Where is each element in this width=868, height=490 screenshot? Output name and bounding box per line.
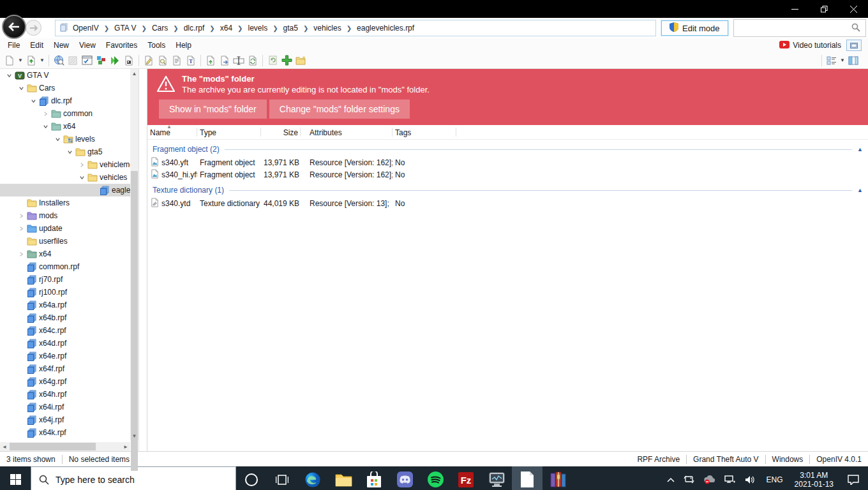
breadcrumb-item-levels[interactable]: levels [245,22,271,34]
details-view-button[interactable] [825,54,839,68]
tree-item-eaglevehicles-rpf[interactable]: eaglevehicles.rpf [0,184,130,197]
document-app-taskbar-icon[interactable] [512,466,542,490]
view-text-button[interactable] [170,54,184,68]
refresh-small-button[interactable] [266,54,280,68]
dropdown-arrow-icon[interactable]: ▼ [38,54,46,68]
forward-button[interactable] [26,20,41,36]
tree-item-vehicles[interactable]: vehicles [0,171,130,184]
tree-vertical-scrollbar[interactable]: ▲ ▼ [130,69,138,440]
group-header[interactable]: Fragment object (2)▲ [147,142,868,156]
tree-item-update[interactable]: update [0,222,130,235]
scroll-right-arrow[interactable]: ► [121,442,130,451]
menu-file[interactable]: File [3,39,25,52]
search-box[interactable] [733,19,866,37]
spotify-taskbar-icon[interactable] [420,466,451,490]
theme-tiles-button[interactable] [94,54,108,68]
group-collapse-icon[interactable]: ▲ [857,187,863,193]
new-file-button[interactable] [3,54,17,68]
expander-closed-icon[interactable] [40,111,50,117]
extract-disabled-button[interactable] [66,54,80,68]
task-view-button[interactable] [267,466,297,490]
discord-taskbar-icon[interactable] [389,466,420,490]
new-folder-button[interactable] [294,54,308,68]
scroll-down-arrow[interactable]: ▼ [130,431,138,440]
tree-item-mods[interactable]: mods [0,209,130,222]
tree-item-cars[interactable]: Cars [0,82,130,94]
action-center-icon[interactable] [839,466,868,490]
minimize-button[interactable] [780,0,809,18]
panel-splitter[interactable] [138,69,147,451]
tray-chevron-up-icon[interactable] [662,466,679,490]
scrollbar-thumb[interactable] [10,443,96,450]
dropdown-arrow-icon[interactable]: ▼ [839,54,846,68]
rename-file-button[interactable] [232,54,246,68]
dropdown-arrow-icon[interactable]: ▼ [17,54,24,68]
tree-item-x64[interactable]: x64 [0,120,130,133]
winrar-taskbar-icon[interactable] [542,466,573,490]
volume-icon[interactable] [740,466,760,490]
expander-closed-icon[interactable] [16,213,26,219]
add-green-button[interactable] [280,54,294,68]
onedrive-paused-icon[interactable] [699,466,720,490]
column-header-attributes[interactable]: Attributes [307,125,393,139]
restore-button[interactable] [809,0,839,18]
breadcrumb-item-eaglevehicles-rpf[interactable]: eaglevehicles.rpf [354,22,417,34]
breadcrumb-item-cars[interactable]: Cars [149,22,171,34]
options-window-button[interactable] [80,54,94,68]
tree-item-x64k-rpf[interactable]: x64k.rpf [0,426,130,439]
replace-file-button[interactable] [246,54,260,68]
tree-item-x64j-rpf[interactable]: x64j.rpf [0,413,130,426]
file-row-s340-yft[interactable]: s340.yft Fragment object 13,971 KB Resou… [147,156,868,168]
tree-item-x64h-rpf[interactable]: x64h.rpf [0,388,130,401]
expander-open-icon[interactable] [16,85,26,91]
file-row-s340-ytd[interactable]: s340.ytd Texture dictionary 44,019 KB Re… [147,197,868,209]
tree-item-levels[interactable]: levels [0,133,130,145]
tree-item-common[interactable]: common [0,107,130,120]
monitor-app-taskbar-icon[interactable] [481,466,512,490]
expander-closed-icon[interactable] [16,226,26,232]
breadcrumb-item-openiv[interactable]: OpenIV [70,22,102,34]
expander-closed-icon[interactable] [77,162,87,168]
expander-closed-icon[interactable] [16,251,26,257]
network-icon[interactable] [720,466,740,490]
filezilla-taskbar-icon[interactable]: Fz [451,466,481,490]
start-button[interactable] [0,466,31,490]
edit-file-button[interactable] [142,54,156,68]
expander-open-icon[interactable] [4,73,14,78]
expander-open-icon[interactable] [40,124,50,130]
tree-item-rj70-rpf[interactable]: rj70.rpf [0,273,130,286]
back-button[interactable] [2,15,26,39]
scrollbar-thumb[interactable] [131,171,138,471]
tree-item-x64b-rpf[interactable]: x64b.rpf [0,311,130,324]
explorer-taskbar-icon[interactable] [328,466,359,490]
preview-file-button[interactable] [156,54,170,68]
expander-open-icon[interactable] [64,149,75,155]
group-collapse-icon[interactable]: ▲ [857,146,863,152]
column-header-name[interactable]: Name▲ [147,125,197,139]
search-input[interactable] [739,24,851,33]
file-row-s340-hi-yft[interactable]: s340_hi.yft Fragment object 13,971 KB Re… [147,168,868,181]
menu-new[interactable]: New [49,39,74,52]
columns-view-button[interactable] [846,54,860,68]
column-header-tags[interactable]: Tags [393,125,456,139]
breadcrumb-item-dlc-rpf[interactable]: dlc.rpf [181,22,208,34]
breadcrumb-item-gta5[interactable]: gta5 [280,22,301,34]
tree-item-x64[interactable]: x64 [0,248,130,260]
breadcrumb-item-vehicles[interactable]: vehicles [310,22,344,34]
group-header[interactable]: Texture dictionary (1)▲ [147,183,868,197]
expander-open-icon[interactable] [52,137,63,142]
warning-button-change-mods-folder-settings[interactable]: Change "mods" folder settings [269,100,410,119]
expander-open-icon[interactable] [28,98,38,104]
breadcrumb-item-x64[interactable]: x64 [217,22,236,34]
tree-item-gta-v[interactable]: VGTA V [0,69,130,82]
tree-item-x64e-rpf[interactable]: x64e.rpf [0,350,130,362]
tree-item-installers[interactable]: Installers [0,197,130,209]
cortana-button[interactable] [236,466,267,490]
video-tutorials-link[interactable]: Video tutorials [779,41,841,50]
warning-button-show-in-mods-folder[interactable]: Show in "mods" folder [159,100,267,119]
tree-item-gta5[interactable]: gta5 [0,145,130,158]
scroll-left-arrow[interactable]: ◄ [0,442,9,451]
tree-item-rj100-rpf[interactable]: rj100.rpf [0,286,130,299]
edge-taskbar-icon[interactable] [297,466,328,490]
menu-view[interactable]: View [74,39,101,52]
